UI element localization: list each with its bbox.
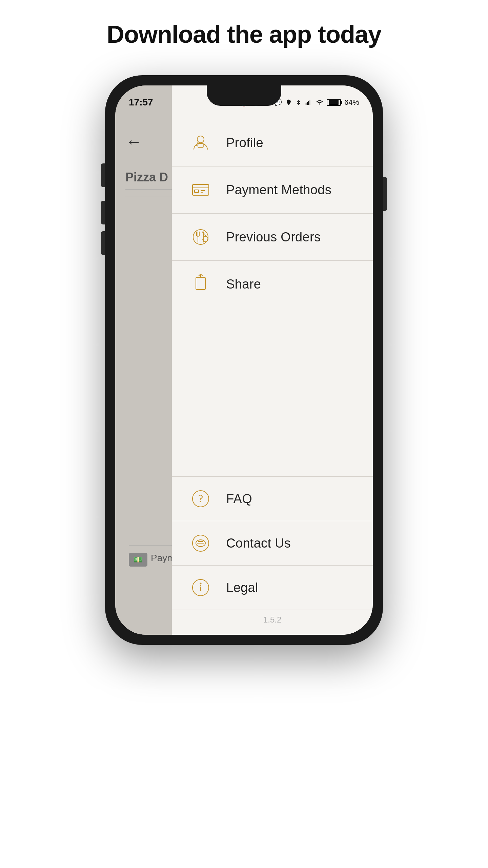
phone-frame: 17:57 🔕 ⏰ ▣ 💬 64% — [105, 75, 383, 645]
share-icon — [189, 272, 212, 296]
svg-point-4 — [197, 136, 204, 143]
phone-screen: 17:57 🔕 ⏰ ▣ 💬 64% — [115, 85, 373, 635]
menu-item-legal[interactable]: i Legal — [172, 566, 373, 610]
svg-rect-5 — [198, 143, 203, 147]
notch — [207, 85, 281, 106]
battery-percent: 64% — [344, 98, 359, 107]
battery-icon — [327, 99, 341, 106]
location-icon — [285, 99, 292, 106]
drawer-spacer — [172, 298, 373, 477]
profile-icon — [189, 131, 212, 155]
signal-icon — [305, 99, 312, 106]
status-time: 17:57 — [129, 97, 153, 108]
version-text: 1.5.2 — [172, 610, 373, 631]
svg-rect-1 — [307, 102, 308, 105]
svg-text:?: ? — [198, 492, 203, 505]
menu-item-share[interactable]: Share — [172, 261, 373, 298]
svg-rect-2 — [308, 101, 309, 105]
svg-rect-8 — [195, 190, 199, 193]
drawer-menu: Profile Payment Methods — [172, 85, 373, 635]
share-label: Share — [226, 277, 261, 292]
drawer-bottom-menu: ? FAQ — [172, 476, 373, 635]
svg-point-24 — [200, 583, 202, 585]
legal-icon: i — [189, 576, 212, 599]
main-menu-list: Profile Payment Methods — [172, 119, 373, 298]
page-title: Download the app today — [107, 20, 381, 48]
svg-point-11 — [193, 230, 208, 244]
menu-item-payment-methods[interactable]: Payment Methods — [172, 166, 373, 214]
back-arrow-icon: ← — [126, 132, 142, 151]
contact-us-icon — [189, 531, 212, 555]
previous-orders-icon — [189, 225, 212, 249]
legal-label: Legal — [226, 580, 258, 595]
svg-rect-3 — [309, 100, 310, 105]
svg-rect-0 — [306, 103, 307, 105]
back-button[interactable]: ← — [122, 130, 146, 153]
menu-item-faq[interactable]: ? FAQ — [172, 477, 373, 521]
contact-us-label: Contact Us — [226, 536, 291, 551]
menu-item-previous-orders[interactable]: Previous Orders — [172, 214, 373, 261]
faq-icon: ? — [189, 487, 212, 511]
payment-methods-icon — [189, 178, 212, 202]
profile-label: Profile — [226, 136, 263, 150]
bluetooth-icon — [296, 99, 302, 106]
svg-rect-14 — [196, 277, 205, 290]
payment-methods-label: Payment Methods — [226, 183, 331, 197]
wifi-icon — [316, 99, 323, 106]
faq-label: FAQ — [226, 492, 252, 506]
previous-orders-label: Previous Orders — [226, 230, 321, 244]
menu-item-contact-us[interactable]: Contact Us — [172, 521, 373, 566]
menu-item-profile[interactable]: Profile — [172, 119, 373, 166]
